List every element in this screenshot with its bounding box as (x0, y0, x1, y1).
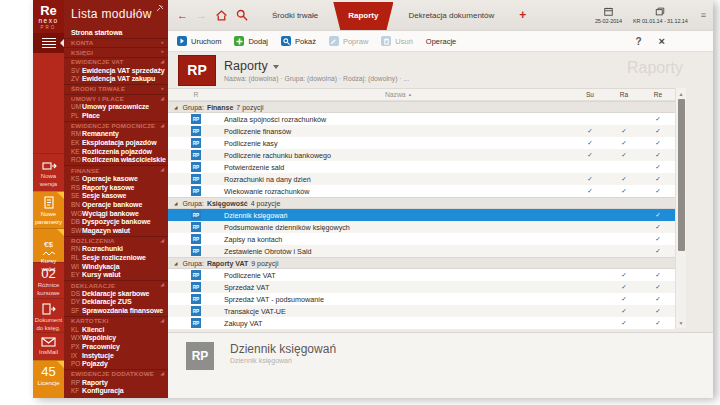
sidebar-item[interactable]: RORozliczenia właścicielskie (64, 156, 168, 165)
sidebar-item[interactable]: EKEksploatacja pojazdów (64, 138, 168, 147)
sidebar-item[interactable]: UMUmowy pracownicze (64, 103, 168, 112)
sidebar-section-ewidencje-pomocnicze[interactable]: EWIDENCJE POMOCNICZE◢ (64, 121, 168, 130)
table-row[interactable]: RPTransakcje VAT-UE✓✓ (168, 305, 675, 317)
sidebar-item[interactable]: KSOperacje kasowe (64, 174, 168, 183)
operations-button[interactable]: Operacje (426, 37, 456, 46)
column-header-r[interactable]: R (168, 91, 224, 98)
edit-button[interactable]: Popraw (329, 36, 368, 46)
sidebar-section-ewidencje-dodatkowe[interactable]: EWIDENCJE DODATKOWE◢ (64, 369, 168, 378)
sidebar-item[interactable]: RLSesje rozliczeniowe (64, 253, 168, 262)
strip-item-kursy-walut[interactable]: €$ Kursy walut (33, 228, 64, 262)
tab-dekretacja-dokumentow[interactable]: Dekretacja dokumentów (393, 0, 509, 30)
table-row[interactable]: RPPodsumowanie dzienników księgowych✓ (168, 221, 675, 233)
sidebar-item-raporty[interactable]: RPRaporty (64, 378, 168, 387)
table-row[interactable]: RPZakupy VAT✓✓ (168, 317, 675, 329)
sidebar-item[interactable]: RSRaporty kasowe (64, 183, 168, 192)
sidebar-item[interactable]: KFKonfiguracja (64, 387, 168, 396)
sidebar-item[interactable]: PLPłace (64, 111, 168, 120)
sidebar-item[interactable]: ZVEwidencja VAT zakupu (64, 74, 168, 83)
sidebar-item[interactable]: EYKursy walut (64, 271, 168, 280)
table-row[interactable]: RPPodliczenie kasy✓✓✓ (168, 137, 675, 149)
module-list-toggle[interactable] (33, 33, 64, 53)
sidebar-item[interactable]: POPojazdy (64, 359, 168, 368)
sidebar-item[interactable]: WGWyciągi bankowe (64, 209, 168, 218)
sidebar-item[interactable]: SWMagazyn walut (64, 226, 168, 235)
sidebar-section-umowy-i-place[interactable]: UMOWY I PŁACE◢ (64, 94, 168, 103)
scroll-down-icon[interactable]: ▼ (679, 317, 684, 328)
add-button[interactable]: Dodaj (234, 36, 268, 46)
sidebar-item[interactable]: SVEwidencja VAT sprzedaży (64, 66, 168, 75)
table-row[interactable]: RPSprzedaż VAT - podsumowanie✓✓ (168, 293, 675, 305)
tab-raporty-active[interactable]: Raporty (333, 0, 393, 30)
table-row[interactable]: RPSprzedaż VAT✓✓ (168, 281, 675, 293)
sidebar-section-deklaracje[interactable]: DEKLARACJE◢ (64, 280, 168, 289)
strip-item-licencje[interactable]: 45 Licencje (33, 360, 64, 398)
help-button[interactable]: ? (635, 36, 641, 47)
sidebar-item[interactable]: SFSprawozdania finansowe (64, 306, 168, 315)
scroll-up-icon[interactable]: ▲ (679, 88, 684, 99)
sidebar-item[interactable]: IXInstytucje (64, 351, 168, 360)
run-button[interactable]: Uruchom (177, 36, 221, 46)
table-row[interactable]: RPRozrachunki na dany dzień✓✓✓ (168, 173, 675, 185)
window-menu-icon[interactable]: ≡ (701, 10, 706, 20)
sidebar-section-finanse[interactable]: FINANSE◢ (64, 165, 168, 174)
sidebar-section-ksiegi[interactable]: KSIĘGI▸ (64, 47, 168, 56)
strip-item-nowa-wersja[interactable]: Nowa wersja (33, 153, 64, 191)
home-icon[interactable] (215, 9, 228, 22)
tab-srodki-trwale[interactable]: Środki trwałe (257, 0, 333, 30)
sidebar-item[interactable]: SESesje kasowe (64, 191, 168, 200)
strip-item-roznice-kursowe[interactable]: 02 Różnice kursowe (33, 262, 64, 298)
sidebar-item[interactable]: DBDyspozycje bankowe (64, 217, 168, 226)
vertical-scrollbar[interactable]: ▲ ▼ (675, 88, 686, 328)
table-row[interactable]: RPZestawienie Obrotów i Sald✓ (168, 245, 675, 257)
sidebar-item[interactable]: PXPracownicy (64, 342, 168, 351)
period-selector[interactable]: KR 01.01.14 - 31.12.14 (633, 7, 688, 24)
group-row-finanse[interactable]: ◢ Grupa: Finanse 7 pozycji (168, 101, 675, 113)
strip-item-dokument-do-ksieg[interactable]: Dokument do księg. (33, 298, 64, 332)
filter-summary[interactable]: Nazwa: (dowolna) · Grupa: (dowolna) · Ro… (224, 75, 409, 82)
sidebar-section-ewidencje-vat[interactable]: EWIDENCJE VAT◢ (64, 57, 168, 66)
sidebar-item[interactable]: DSDeklaracje skarbowe (64, 289, 168, 298)
search-icon[interactable] (236, 9, 248, 21)
sidebar-item[interactable]: BNOperacje bankowe (64, 200, 168, 209)
sidebar-item[interactable]: RNRozrachunki (64, 245, 168, 254)
close-view-button[interactable]: × (659, 35, 665, 47)
sidebar-item[interactable]: WIWindykacja (64, 262, 168, 271)
table-row[interactable]: RPPodliczenie finansów✓✓✓ (168, 125, 675, 137)
table-row[interactable]: RPZapisy na kontach✓ (168, 233, 675, 245)
table-row[interactable]: RPWiekowanie rozrachunków✓✓✓ (168, 185, 675, 197)
sidebar-section-konta[interactable]: KONTA▸ (64, 38, 168, 47)
group-row-ksiegowosc[interactable]: ◢ Grupa: Księgowość 4 pozycje (168, 197, 675, 209)
work-date-selector[interactable]: 25-02-2014 (595, 7, 622, 24)
column-header-re[interactable]: Re (641, 91, 675, 98)
sidebar-item[interactable]: RMRemanenty (64, 130, 168, 139)
sidebar-item-strona-startowa[interactable]: Strona startowa (64, 28, 168, 37)
sidebar-item[interactable]: KERozliczenia pojazdów (64, 147, 168, 156)
page-title[interactable]: Raporty (224, 59, 409, 73)
show-button[interactable]: Pokaż (281, 36, 316, 46)
pin-icon[interactable] (156, 4, 164, 12)
sidebar-section-rozliczenia[interactable]: ROZLICZENIA◢ (64, 236, 168, 245)
strip-item-insmail[interactable]: InsMail (33, 332, 64, 360)
group-row-raporty-vat[interactable]: ◢ Grupa: Raporty VAT 9 pozycji (168, 257, 675, 269)
delete-button[interactable]: Usuń (381, 36, 413, 46)
scrollbar-thumb[interactable] (678, 99, 685, 251)
sidebar-item[interactable]: DYDeklaracje ZUS (64, 298, 168, 307)
table-row-selected[interactable]: RPDziennik księgowań✓ (168, 209, 675, 221)
sidebar-item[interactable]: KLKlienci (64, 325, 168, 334)
column-header-su[interactable]: Su (573, 91, 607, 98)
table-row[interactable]: RPPodliczenie rachunku bankowego✓✓✓ (168, 149, 675, 161)
forward-icon[interactable]: → (196, 10, 207, 21)
strip-item-nowe-parametry[interactable]: Nowe parametry (33, 191, 64, 228)
new-tab-button[interactable]: + (509, 0, 536, 30)
column-header-ra[interactable]: Ra (607, 91, 641, 98)
column-header-name[interactable]: Nazwa ▲ (224, 91, 573, 98)
sidebar-section-srodki-trwale[interactable]: ŚRODKI TRWAŁE▸ (64, 84, 168, 93)
table-row[interactable]: RPAnaliza spójności rozrachunków✓ (168, 113, 675, 125)
table-row[interactable]: RPPodliczenie VAT✓✓ (168, 269, 675, 281)
table-row[interactable]: RPPotwierdzenie sald✓ (168, 161, 675, 173)
app-logo: Re nexo PRO (33, 0, 64, 33)
sidebar-item[interactable]: WXWspólnicy (64, 333, 168, 342)
sidebar-section-kartoteki[interactable]: KARTOTEKI◢ (64, 316, 168, 325)
back-icon[interactable]: ← (177, 10, 188, 21)
